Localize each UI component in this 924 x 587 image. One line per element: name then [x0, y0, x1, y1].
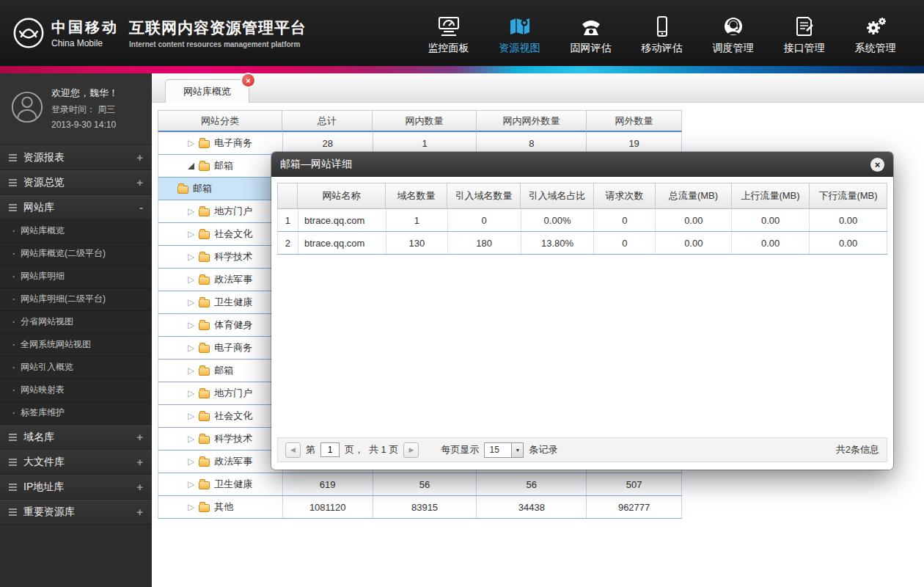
page-input[interactable] — [320, 442, 340, 457]
login-time-label: 登录时间： 周三 — [51, 102, 118, 117]
column-header: 网内网外数量 — [477, 110, 587, 132]
value-cell: 1 — [373, 132, 477, 154]
modal-column-header: 引入域名占比 — [521, 183, 594, 209]
prev-page-button[interactable]: ◀ — [285, 442, 301, 458]
next-page-button[interactable]: ▶ — [403, 442, 419, 458]
modal-close-icon[interactable]: × — [870, 158, 884, 172]
top-nav: 监控面板资源视图固网评估移动评估调度管理接口管理系统管理 — [413, 11, 924, 55]
category-label: 电子商务 — [214, 136, 252, 150]
sidebar-item[interactable]: ·网站库明细 — [0, 266, 152, 288]
sidebar-item[interactable]: ·标签库维护 — [0, 402, 152, 425]
value-cell: 507 — [587, 473, 682, 495]
tab-website-overview[interactable]: 网站库概览 × — [165, 79, 249, 103]
sidebar-section-bigfile-lib[interactable]: 大文件库+ — [0, 450, 152, 475]
folder-icon — [199, 322, 210, 330]
nav-item-dashboard[interactable]: 监控面板 — [413, 11, 484, 55]
expand-toggle-icon[interactable]: ▷ — [188, 230, 194, 238]
table-row[interactable]: ▷卫生健康6195656507 — [158, 473, 682, 496]
sidebar-section-domain-lib[interactable]: 域名库+ — [0, 425, 152, 450]
bullet-icon: · — [12, 226, 15, 236]
sidebar-item[interactable]: ·全网系统网站视图 — [0, 334, 152, 357]
sidebar-item[interactable]: ·网站库明细(二级平台) — [0, 288, 152, 311]
sidebar-item[interactable]: ·网站引入概览 — [0, 357, 152, 379]
sidebar-section-toggle-icon: + — [136, 506, 143, 518]
expand-toggle-icon[interactable]: ▷ — [188, 252, 194, 261]
expand-toggle-icon[interactable]: ▷ — [188, 366, 194, 375]
page-label: 第 — [306, 443, 315, 456]
modal-column-header: 总流量(MB) — [656, 183, 732, 209]
value-cell: 19 — [587, 132, 682, 154]
expand-toggle-icon[interactable]: ▷ — [188, 139, 194, 147]
sidebar-item[interactable]: ·网站库概览(二级平台) — [0, 243, 152, 266]
modal-table-row[interactable]: 1btrace.qq.com100.00%00.000.000.00 — [277, 209, 887, 232]
category-label: 体育健身 — [214, 318, 252, 332]
modal-column-header: 下行流量(MB) — [810, 183, 887, 209]
modal-value-cell: 0 — [448, 209, 521, 231]
expand-toggle-icon[interactable]: ▷ — [188, 343, 194, 352]
sidebar-section-ip-lib[interactable]: IP地址库+ — [0, 475, 152, 500]
expand-toggle-icon[interactable]: ▷ — [188, 321, 194, 329]
expand-toggle-icon[interactable]: ▷ — [188, 412, 194, 420]
collapse-toggle-icon[interactable] — [188, 163, 194, 169]
category-cell: ▷政法军事 — [158, 451, 283, 473]
tab-close-icon[interactable]: × — [242, 74, 254, 87]
category-cell: ▷社会文化 — [158, 223, 283, 245]
expand-toggle-icon[interactable]: ▷ — [188, 207, 194, 216]
category-cell: ▷地方门户 — [158, 200, 283, 222]
platform-subtitle: Internet content resources management pl… — [129, 40, 307, 48]
modal-table-row[interactable]: 2btrace.qq.com13018013.80%00.000.000.00 — [277, 232, 887, 255]
sidebar-section-resource-report[interactable]: 资源报表+ — [0, 145, 152, 170]
sidebar-section-resource-overview[interactable]: 资源总览+ — [0, 170, 152, 195]
modal-table: 网站名称域名数量引入域名数量引入域名占比请求次数总流量(MB)上行流量(MB)下… — [277, 183, 887, 255]
table-row[interactable]: ▷其他10811208391534438962777 — [158, 496, 682, 519]
nav-item-dispatch[interactable]: 调度管理 — [697, 11, 769, 55]
nav-item-system[interactable]: 系统管理 — [840, 11, 911, 55]
brand-name-cn: 中国移动 — [51, 18, 119, 37]
records-label: 条记录 — [529, 443, 557, 456]
user-info: 欢迎您，魏华！ 登录时间： 周三 2013-9-30 14:10 — [0, 73, 152, 145]
expand-toggle-icon[interactable]: ▷ — [188, 275, 194, 284]
column-header: 网外数量 — [587, 110, 682, 132]
modal-value-cell: 0.00 — [732, 232, 810, 254]
category-label: 其他 — [214, 500, 233, 514]
modal-value-cell: 130 — [386, 232, 448, 254]
modal-column-header: 请求次数 — [594, 183, 656, 209]
sidebar-section-website-lib[interactable]: 网站库- — [0, 195, 152, 220]
sidebar-item-label: 网站库明细(二级平台) — [21, 293, 106, 305]
expand-toggle-icon[interactable]: ▷ — [188, 389, 194, 398]
modal-column-header: 网站名称 — [298, 183, 386, 209]
per-page-value: 15 — [485, 445, 511, 455]
sidebar-item[interactable]: ·网站库概览 — [0, 220, 152, 243]
nav-item-resource-view[interactable]: 资源视图 — [484, 11, 555, 55]
sidebar-section-important-lib[interactable]: 重要资源库+ — [0, 500, 152, 525]
category-label: 邮箱 — [214, 364, 233, 377]
sidebar-item[interactable]: ·分省网站视图 — [0, 311, 152, 334]
expand-toggle-icon[interactable]: ▷ — [188, 503, 194, 511]
modal-value-cell: 0.00 — [656, 232, 732, 254]
sidebar-section-label: IP地址库 — [23, 481, 136, 494]
tab-label: 网站库概览 — [183, 85, 231, 98]
sidebar-item-label: 全网系统网站视图 — [21, 338, 91, 351]
expand-toggle-icon[interactable]: ▷ — [188, 434, 194, 443]
nav-item-label: 资源视图 — [499, 42, 540, 55]
per-page-select[interactable]: 15 ▼ — [484, 442, 524, 458]
website-name-cell: btrace.qq.com — [298, 232, 386, 254]
menu-grid-icon — [9, 154, 17, 161]
bullet-icon: · — [12, 408, 15, 418]
expand-toggle-icon[interactable]: ▷ — [188, 480, 194, 489]
expand-toggle-icon[interactable]: ▷ — [188, 457, 194, 466]
bullet-icon: · — [12, 317, 15, 327]
category-cell: ▷卫生健康 — [158, 291, 283, 313]
value-cell: 56 — [373, 473, 477, 495]
row-index-header — [277, 183, 298, 209]
modal-title: 邮箱—网站详细 — [280, 158, 352, 171]
nav-item-interface[interactable]: 接口管理 — [769, 11, 840, 55]
mobile-icon — [650, 14, 674, 37]
category-label: 地方门户 — [214, 387, 252, 400]
nav-item-mobile-eval[interactable]: 移动评估 — [626, 11, 697, 55]
tab-bar: 网站库概览 × — [152, 73, 924, 103]
sidebar-section-label: 重要资源库 — [23, 506, 136, 519]
expand-toggle-icon[interactable]: ▷ — [188, 298, 194, 307]
sidebar-item[interactable]: ·网站映射表 — [0, 379, 152, 402]
nav-item-fixed-eval[interactable]: 固网评估 — [555, 11, 626, 55]
